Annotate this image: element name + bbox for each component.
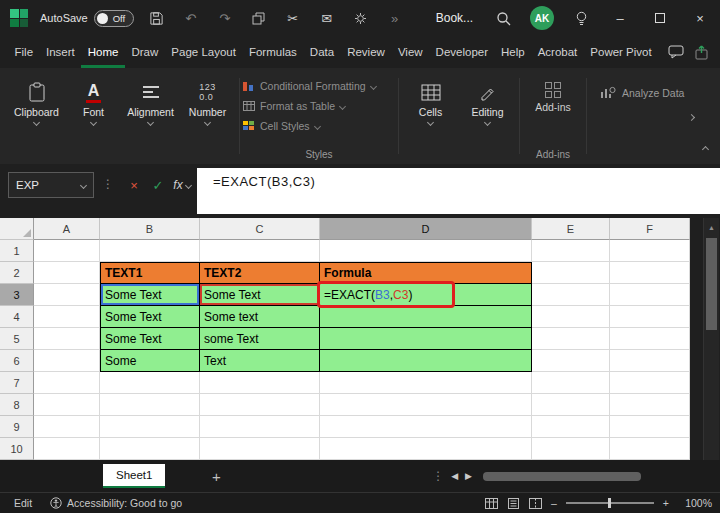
cell[interactable] [610, 350, 690, 372]
cell[interactable] [532, 394, 610, 416]
cancel-entry-button[interactable]: × [122, 172, 146, 198]
menu-power-pivot[interactable]: Power Pivot [584, 36, 658, 68]
copy-icon[interactable] [248, 6, 270, 30]
cell-c2[interactable]: TEXT2 [200, 262, 320, 284]
normal-view-icon[interactable] [485, 498, 498, 509]
cell[interactable] [532, 240, 610, 262]
enter-entry-button[interactable]: ✓ [146, 172, 170, 198]
menu-data[interactable]: Data [303, 36, 340, 68]
cell-c6[interactable]: Text [200, 350, 320, 372]
mail-icon[interactable]: ✉ [316, 6, 338, 30]
ribbon-scroll-right-icon[interactable] [689, 106, 694, 124]
cell[interactable] [34, 284, 100, 306]
column-header-b[interactable]: B [100, 218, 200, 240]
cell[interactable] [610, 416, 690, 438]
cell-b4[interactable]: Some Text [100, 306, 200, 328]
zoom-level[interactable]: 100% [678, 497, 712, 509]
redo-icon[interactable]: ↷ [214, 6, 236, 30]
row-header-4[interactable]: 4 [0, 306, 34, 328]
cell-c3[interactable]: Some Text [200, 284, 320, 306]
cell[interactable] [532, 328, 610, 350]
ribbon-number-button[interactable]: 1230.0 Number [179, 74, 236, 164]
name-box[interactable]: EXP [8, 172, 94, 198]
ribbon-font-button[interactable]: A Font [65, 74, 122, 164]
lightbulb-icon[interactable] [562, 6, 600, 30]
cell[interactable] [100, 394, 200, 416]
formula-input[interactable]: =EXACT(B3,C3) [197, 168, 720, 214]
workbook-title[interactable]: Book... [436, 11, 473, 25]
cell[interactable] [532, 284, 610, 306]
tabbar-handle-icon[interactable]: ⋮ [432, 469, 444, 483]
cell[interactable] [100, 240, 200, 262]
ribbon-cells-button[interactable]: Cells [402, 74, 459, 164]
cell-b3[interactable]: Some Text [100, 284, 200, 306]
menu-review[interactable]: Review [341, 36, 392, 68]
cell[interactable] [320, 438, 532, 460]
cell[interactable] [610, 262, 690, 284]
cell-b6[interactable]: Some [100, 350, 200, 372]
menu-home[interactable]: Home [81, 36, 125, 68]
settings-icon[interactable] [350, 6, 372, 30]
cell-d3-formula[interactable]: =EXACT(B3,C3) [320, 284, 532, 306]
insert-function-button[interactable]: fx [170, 172, 194, 198]
select-all-corner[interactable] [0, 218, 34, 240]
cell[interactable] [100, 372, 200, 394]
column-header-d[interactable]: D [320, 218, 532, 240]
menu-formulas[interactable]: Formulas [242, 36, 303, 68]
cell[interactable] [34, 372, 100, 394]
cell[interactable] [34, 240, 100, 262]
cell-d4[interactable] [320, 306, 532, 328]
account-avatar[interactable]: AK [530, 6, 554, 30]
cell-d5[interactable] [320, 328, 532, 350]
format-as-table-button[interactable]: Format as Table [243, 96, 395, 116]
ribbon-alignment-button[interactable]: Alignment [122, 74, 179, 164]
cell[interactable] [610, 372, 690, 394]
row-header-6[interactable]: 6 [0, 350, 34, 372]
accessibility-status[interactable]: Accessibility: Good to go [50, 497, 182, 509]
page-layout-view-icon[interactable] [507, 498, 520, 509]
cell[interactable] [200, 394, 320, 416]
autosave-toggle[interactable]: AutoSave Off [40, 10, 134, 27]
row-header-9[interactable]: 9 [0, 416, 34, 438]
cell[interactable] [320, 372, 532, 394]
column-header-a[interactable]: A [34, 218, 100, 240]
cell[interactable] [320, 240, 532, 262]
column-header-c[interactable]: C [200, 218, 320, 240]
cell[interactable] [200, 372, 320, 394]
share-icon[interactable] [694, 45, 710, 60]
cell[interactable] [532, 416, 610, 438]
new-sheet-button[interactable]: + [205, 468, 227, 485]
scroll-up-icon[interactable]: ▲ [704, 218, 719, 236]
zoom-slider-thumb[interactable] [608, 498, 611, 508]
row-header-3[interactable]: 3 [0, 284, 34, 306]
page-break-view-icon[interactable] [529, 498, 542, 509]
minimize-button[interactable]: – [600, 0, 640, 36]
close-button[interactable]: × [680, 0, 720, 36]
cell[interactable] [34, 416, 100, 438]
ribbon-clipboard-button[interactable]: Clipboard [8, 74, 65, 164]
cell[interactable] [320, 416, 532, 438]
cell[interactable] [532, 350, 610, 372]
cell[interactable] [34, 306, 100, 328]
menu-draw[interactable]: Draw [125, 36, 165, 68]
cell[interactable] [532, 372, 610, 394]
cell[interactable] [532, 306, 610, 328]
cell[interactable] [34, 394, 100, 416]
menu-file[interactable]: File [8, 36, 40, 68]
cell-d2[interactable]: Formula [320, 262, 532, 284]
cell[interactable] [34, 262, 100, 284]
vertical-scrollbar-thumb[interactable] [706, 238, 717, 330]
save-icon[interactable] [146, 6, 168, 30]
scroll-left-icon[interactable]: ◀ [451, 471, 458, 481]
zoom-out-button[interactable]: – [551, 497, 557, 509]
cell[interactable] [200, 240, 320, 262]
cell[interactable] [34, 350, 100, 372]
cell[interactable] [610, 438, 690, 460]
vertical-scrollbar[interactable]: ▲ [703, 218, 719, 460]
more-commands-icon[interactable]: » [384, 6, 406, 30]
horizontal-scrollbar-thumb[interactable] [483, 472, 641, 481]
zoom-slider[interactable] [566, 502, 654, 504]
cut-icon[interactable]: ✂ [282, 6, 304, 30]
ribbon-addins-group[interactable]: Add-ins Add-ins [523, 74, 583, 164]
cell[interactable] [610, 328, 690, 350]
